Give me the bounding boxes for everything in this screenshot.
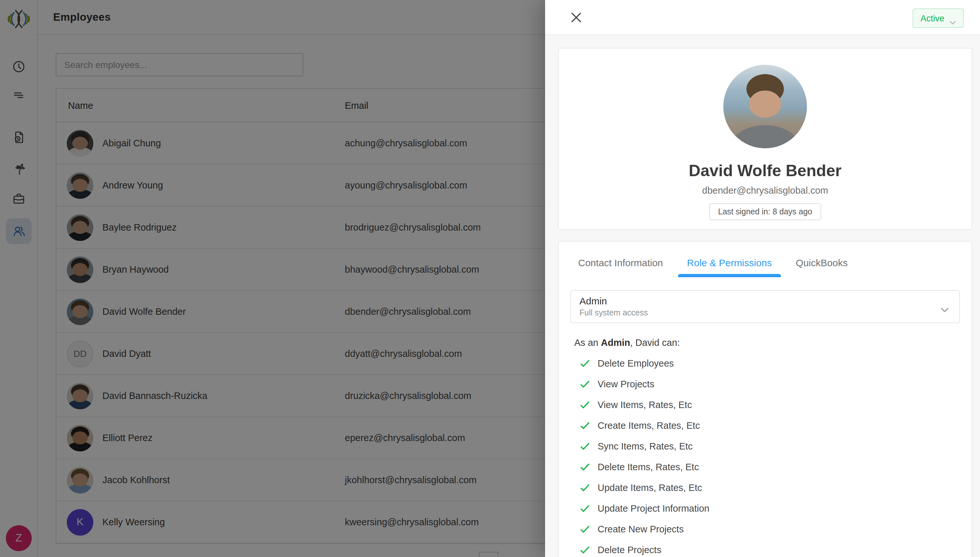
panel-header: Active	[545, 0, 980, 35]
app-window: Z Employees Name Email Abigail Chungachu…	[0, 0, 980, 557]
permission-item: Update Project Information	[570, 498, 960, 519]
close-icon[interactable]	[571, 12, 581, 23]
tab-bar: Contact InformationRole & PermissionsQui…	[578, 241, 960, 277]
permission-item: Create New Projects	[570, 519, 960, 539]
chevron-down-icon	[941, 304, 949, 309]
permission-item: Update Items, Rates, Etc	[570, 477, 960, 498]
status-dropdown[interactable]: Active	[913, 8, 964, 28]
permission-item: Delete Projects	[570, 539, 960, 557]
check-icon	[580, 545, 590, 555]
modal-overlay[interactable]	[0, 0, 545, 557]
check-icon	[580, 358, 590, 368]
permission-item: View Items, Rates, Etc	[570, 394, 960, 415]
role-description: Full system access	[580, 308, 933, 318]
employee-detail-panel: Active David Wolfe Bender dbender@chrysa…	[545, 0, 980, 557]
tab-contact-information[interactable]: Contact Information	[578, 241, 663, 277]
permission-label: Delete Items, Rates, Etc	[598, 462, 699, 472]
profile-name: David Wolfe Bender	[689, 161, 841, 180]
permission-item: Sync Items, Rates, Etc	[570, 436, 960, 457]
last-signed-in-badge: Last signed in: 8 days ago	[709, 204, 822, 220]
tab-role-permissions[interactable]: Role & Permissions	[687, 241, 772, 277]
permission-label: Delete Employees	[598, 358, 674, 368]
check-icon	[580, 503, 590, 513]
role-name: Admin	[580, 295, 933, 306]
permission-label: Delete Projects	[598, 545, 662, 555]
permission-label: Update Items, Rates, Etc	[598, 482, 702, 493]
panel-body: David Wolfe Bender dbender@chrysalisglob…	[545, 35, 980, 557]
profile-card: David Wolfe Bender dbender@chrysalisglob…	[558, 48, 972, 230]
permission-label: Create Items, Rates, Etc	[598, 420, 700, 431]
check-icon	[580, 421, 590, 430]
permission-item: Create Items, Rates, Etc	[570, 415, 960, 436]
check-icon	[580, 441, 590, 451]
detail-tabs-card: Contact InformationRole & PermissionsQui…	[558, 241, 972, 557]
tab-quickbooks[interactable]: QuickBooks	[796, 241, 848, 277]
permission-item: Delete Items, Rates, Etc	[570, 457, 960, 477]
permission-item: View Projects	[570, 374, 960, 394]
permission-label: View Items, Rates, Etc	[598, 400, 692, 410]
permissions-intro: As an Admin, David can:	[574, 337, 960, 348]
permission-label: Update Project Information	[598, 503, 709, 514]
permission-label: Sync Items, Rates, Etc	[598, 441, 693, 451]
check-icon	[580, 379, 590, 389]
check-icon	[580, 524, 590, 534]
permissions-list: Delete EmployeesView ProjectsView Items,…	[570, 353, 960, 557]
profile-email: dbender@chrysalisglobal.com	[702, 185, 828, 195]
permission-item: Delete Employees	[570, 353, 960, 374]
permission-label: Create New Projects	[598, 524, 684, 534]
check-icon	[580, 400, 590, 410]
chevron-down-icon	[949, 16, 956, 20]
permission-label: View Projects	[598, 379, 654, 389]
role-select[interactable]: Admin Full system access	[570, 290, 960, 323]
status-badge: Active	[920, 13, 944, 23]
profile-photo	[724, 65, 807, 148]
check-icon	[580, 462, 590, 472]
check-icon	[580, 483, 590, 493]
